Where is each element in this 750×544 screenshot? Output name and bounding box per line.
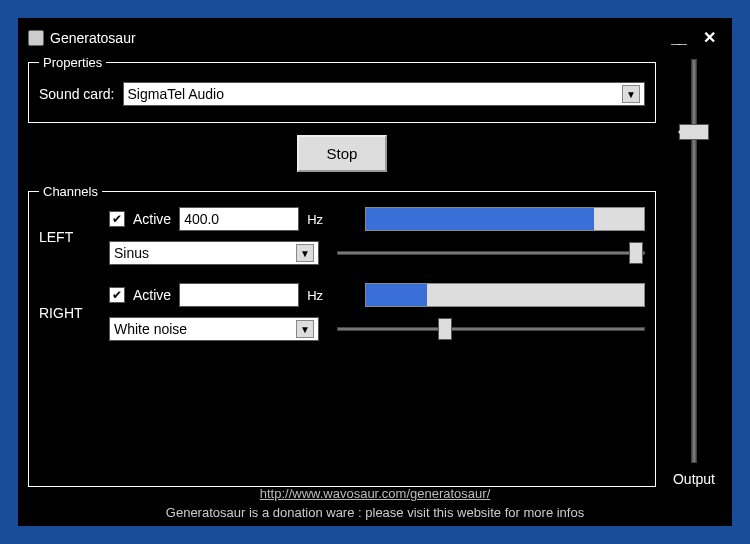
right-level-fill [366,284,427,306]
channels-legend: Channels [39,184,102,199]
stop-button[interactable]: Stop [297,135,388,172]
channel-right: RIGHT ✔ Active Hz [39,283,645,341]
left-slider[interactable] [337,241,645,265]
app-icon [28,30,44,46]
minimize-button[interactable]: __ [665,29,691,47]
output-slider[interactable] [666,59,722,463]
output-slider-thumb[interactable] [679,124,709,140]
channel-left: LEFT ✔ Active 400.0 Hz [39,207,645,265]
output-panel: Output [666,55,722,487]
window-title: Generatosaur [50,30,659,46]
right-wave-select[interactable]: White noise ▼ [109,317,319,341]
properties-legend: Properties [39,55,106,70]
soundcard-value: SigmaTel Audio [128,86,225,102]
right-freq-input[interactable] [179,283,299,307]
channels-group: Channels LEFT ✔ Active 400.0 Hz [28,184,656,487]
website-link[interactable]: http://www.wavosaur.com/generatosaur/ [260,486,491,501]
soundcard-label: Sound card: [39,86,115,102]
titlebar: Generatosaur __ ✕ [28,26,722,55]
right-active-checkbox[interactable]: ✔ [109,287,125,303]
right-slider-thumb[interactable] [438,318,452,340]
slider-track [337,251,645,255]
chevron-down-icon: ▼ [296,244,314,262]
close-button[interactable]: ✕ [697,28,722,47]
chevron-down-icon: ▼ [622,85,640,103]
left-freq-input[interactable]: 400.0 [179,207,299,231]
left-wave-value: Sinus [114,245,149,261]
slider-track [337,327,645,331]
app-window: Generatosaur __ ✕ Properties Sound card:… [18,18,732,526]
right-level-meter[interactable] [365,283,645,307]
channel-right-name: RIGHT [39,305,99,341]
left-level-fill [366,208,594,230]
left-active-label: Active [133,211,171,227]
output-label: Output [673,471,715,487]
hz-label: Hz [307,288,347,303]
slider-track [692,59,697,463]
right-active-label: Active [133,287,171,303]
hz-label: Hz [307,212,347,227]
soundcard-select[interactable]: SigmaTel Audio ▼ [123,82,646,106]
tagline: Generatosaur is a donation ware : please… [166,505,584,520]
left-active-checkbox[interactable]: ✔ [109,211,125,227]
left-slider-thumb[interactable] [629,242,643,264]
right-slider[interactable] [337,317,645,341]
channel-left-name: LEFT [39,229,99,265]
left-wave-select[interactable]: Sinus ▼ [109,241,319,265]
chevron-down-icon: ▼ [296,320,314,338]
footer: http://www.wavosaur.com/generatosaur/ Ge… [18,486,732,520]
right-wave-value: White noise [114,321,187,337]
left-level-meter[interactable] [365,207,645,231]
properties-group: Properties Sound card: SigmaTel Audio ▼ [28,55,656,123]
